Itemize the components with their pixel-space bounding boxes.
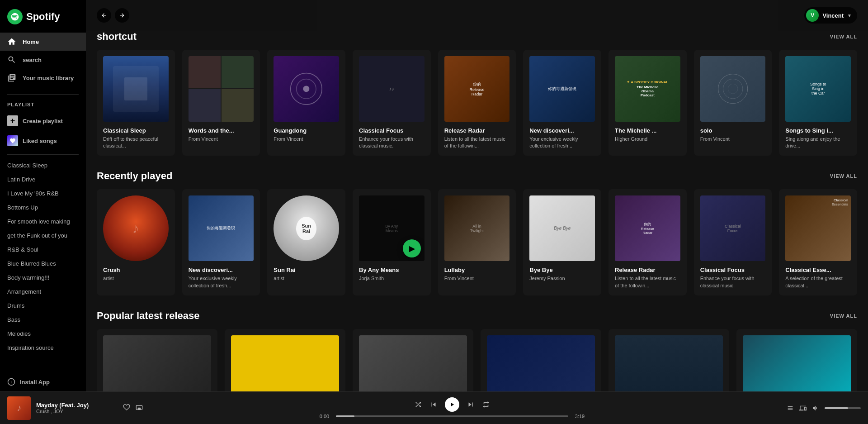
shortcut-header: shortcut VIEW ALL: [97, 31, 857, 43]
popular-card-4[interactable]: ▶ Album 4: [481, 329, 601, 391]
recently-played-image-release-radar2: 你的ReleaseRadar ▶: [615, 195, 680, 261]
playlist-item-melodies[interactable]: Melodies: [0, 327, 86, 341]
liked-songs-button[interactable]: Liked songs: [0, 131, 86, 151]
recently-played-card-lullaby[interactable]: All inTwilight ▶ Lullaby From Vincent: [438, 189, 516, 295]
player-left: ♪ Mayday (Feat. Joy) Crush , JOY: [7, 396, 143, 420]
shortcut-card-michelle[interactable]: ✦ A SPOTIFY ORIGINAL The MichelleObamaPo…: [609, 50, 687, 156]
recently-played-card-classical-focus2[interactable]: ClassicalFocus ▶ Classical Focus Enhance…: [694, 189, 772, 295]
queue-button[interactable]: [787, 405, 794, 412]
install-app-button[interactable]: ↓ Install App: [0, 372, 86, 391]
shortcut-card-words[interactable]: ▶ Words and the... From Vincent: [182, 50, 260, 156]
recently-played-card-title: Classical Focus: [700, 267, 766, 273]
svg-point-7: [728, 84, 738, 94]
shortcut-card-songs-car[interactable]: Songs toSing inthe Car ▶ Songs to Sing i…: [779, 50, 857, 156]
recently-played-card-crush[interactable]: ♪ Crush artist: [97, 189, 175, 295]
svg-rect-9: [138, 408, 140, 410]
popular-card-5[interactable]: ▶ Album 5: [609, 329, 729, 391]
recently-played-card-subtitle: Jorja Smith: [359, 275, 425, 282]
shortcut-card-subtitle: Listen to all the latest music of the fo…: [444, 136, 510, 150]
volume-button[interactable]: [812, 405, 819, 412]
play-pause-button[interactable]: [445, 397, 459, 412]
playlist-item-blue-blurred[interactable]: Blue Blurred Blues: [0, 257, 86, 271]
shortcut-card-title: The Michelle ...: [615, 127, 680, 134]
forward-button[interactable]: [115, 8, 129, 23]
recently-played-card-subtitle: Listen to all the latest music of the fo…: [615, 275, 680, 289]
volume-bar[interactable]: [825, 407, 861, 409]
playlist-item-latin-drive[interactable]: Latin Drive: [0, 172, 86, 186]
shortcut-card-classical-sleep[interactable]: ▶ Classical Sleep Drift off to these pea…: [97, 50, 175, 156]
recently-played-card-new-discoveries[interactable]: 你的每週新發現 ▶ New discoveri... Your exclusiv…: [182, 189, 260, 295]
popular-image-6: ▶: [743, 335, 851, 391]
shortcut-card-title: Release Radar: [444, 127, 510, 134]
shortcut-card-subtitle: From Vincent: [189, 136, 254, 143]
create-playlist-button[interactable]: + Create playlist: [0, 111, 86, 131]
shortcut-card-image-new-discoveries: 你的每週新發現 ▶: [529, 56, 595, 122]
playlist-item-classical-sleep[interactable]: Classical Sleep: [0, 158, 86, 172]
recently-played-view-all[interactable]: VIEW ALL: [830, 173, 857, 179]
playlist-item-arrangement[interactable]: Arrangement: [0, 285, 86, 299]
devices-button[interactable]: [799, 405, 807, 412]
shortcut-card-solo[interactable]: ▶ solo From Vincent: [694, 50, 772, 156]
artist-image-sun-rai: SunRai: [274, 195, 339, 261]
playlist-item-90s-rnb[interactable]: I Love My '90s R&B: [0, 186, 86, 200]
shortcut-card-image-classical-sleep: ▶: [103, 56, 169, 122]
shortcut-card-subtitle: Drift off to these peaceful classical...: [103, 136, 169, 150]
recently-played-card-sun-rai[interactable]: SunRai Sun Rai artist: [267, 189, 345, 295]
svg-point-5: [718, 74, 747, 104]
shortcut-card-new-discoveries[interactable]: 你的每週新發現 ▶ New discoveri... Your exclusiv…: [523, 50, 601, 156]
popular-image-1: ▶: [103, 335, 211, 391]
shortcut-card-subtitle: Higher Ground: [615, 136, 680, 143]
popular-latest-view-all[interactable]: VIEW ALL: [830, 313, 857, 319]
player-right: [761, 405, 861, 412]
next-button[interactable]: [467, 400, 475, 409]
recently-played-card-classical-essentials[interactable]: ClassicalEssentials ▶ Classical Esse... …: [779, 189, 857, 295]
repeat-button[interactable]: [482, 400, 490, 409]
shortcut-card-subtitle: From Vincent: [274, 136, 339, 143]
playlist-item-inspiration[interactable]: Inspiration source: [0, 341, 86, 355]
recently-played-card-title: Bye Bye: [529, 267, 595, 273]
playlist-item-drums[interactable]: Drums: [0, 299, 86, 313]
recently-played-title: Recently played: [97, 170, 173, 182]
recently-played-card-title: Crush: [103, 267, 169, 273]
playlist-item-bottoms-up[interactable]: Bottoms Up: [0, 200, 86, 214]
like-button[interactable]: [123, 404, 130, 412]
recently-played-card-subtitle: From Vincent: [444, 275, 510, 282]
playlist-item-smooth-love[interactable]: For smooth love making: [0, 214, 86, 229]
shortcut-card-release-radar[interactable]: 你的ReleaseRadar ▶ Release Radar Listen to…: [438, 50, 516, 156]
popular-card-3[interactable]: ▶ Album 3: [353, 329, 473, 391]
popular-card-6[interactable]: ▶ Album 6: [736, 329, 857, 391]
recently-played-card-title: Release Radar: [615, 267, 680, 273]
playlist-item-body-warming[interactable]: Body warming!!!: [0, 271, 86, 285]
back-button[interactable]: [97, 8, 111, 23]
shortcut-title: shortcut: [97, 31, 137, 43]
shortcut-card-classical-focus[interactable]: ♪♪ ▶ Classical Focus Enhance your focus …: [353, 50, 431, 156]
progress-bar[interactable]: [336, 415, 568, 417]
shortcut-view-all[interactable]: VIEW ALL: [830, 34, 857, 39]
shortcut-card-guangdong[interactable]: ▶ Guangdong From Vincent: [267, 50, 345, 156]
recently-played-card-release-radar2[interactable]: 你的ReleaseRadar ▶ Release Radar Listen to…: [609, 189, 687, 295]
recently-played-card-bye-bye[interactable]: Bye Bye ▶ Bye Bye Jeremy Passion: [523, 189, 601, 295]
recently-played-image-classical-essentials: ClassicalEssentials ▶: [785, 195, 851, 261]
recently-played-card-subtitle: A selection of the greatest classical...: [785, 275, 851, 289]
popular-card-1[interactable]: ▶ Album 1: [97, 329, 217, 391]
popular-image-3: ▶: [359, 335, 467, 391]
pip-button[interactable]: [136, 405, 143, 412]
sidebar-item-home[interactable]: Home: [0, 33, 86, 51]
popular-card-2[interactable]: ▶ Album 2: [225, 329, 345, 391]
playlist-item-rnb-soul[interactable]: R&B & Soul: [0, 243, 86, 257]
user-menu[interactable]: V Vincent ▼: [804, 7, 857, 24]
playlist-item-funk[interactable]: get the Funk out of you: [0, 229, 86, 243]
sidebar-item-library[interactable]: Your music library: [0, 69, 86, 87]
playlist-item-bass[interactable]: Bass: [0, 313, 86, 327]
play-icon-active[interactable]: ▶: [403, 239, 421, 257]
recently-played-card-by-any-means[interactable]: By AnyMeans ▶ By Any Means Jorja Smith: [353, 189, 431, 295]
prev-button[interactable]: [429, 400, 438, 409]
shuffle-button[interactable]: [414, 400, 422, 409]
shortcut-card-image-classical-focus: ♪♪ ▶: [359, 56, 425, 122]
app-logo: Spotify: [0, 0, 86, 29]
player-track-name: Mayday (Feat. Joy): [36, 402, 118, 409]
popular-image-5: ▶: [615, 335, 723, 391]
sidebar-item-search[interactable]: search: [0, 51, 86, 69]
recently-played-card-subtitle: artist: [274, 275, 339, 282]
player-album-art: ♪: [7, 396, 31, 420]
